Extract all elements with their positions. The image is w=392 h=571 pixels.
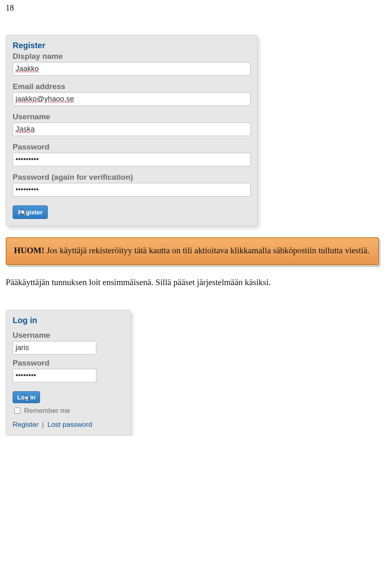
login-password-label: Password — [13, 359, 124, 368]
display-name-input[interactable]: Jaakko — [13, 62, 251, 76]
email-label: Email address — [13, 82, 251, 91]
password-label: Password — [13, 143, 251, 152]
login-panel: Log in Username jaris Password •••••••• … — [6, 310, 131, 436]
remember-me-checkbox[interactable] — [14, 408, 20, 414]
register-panel: Register Display name Jaakko Email addre… — [6, 35, 258, 226]
password2-input[interactable]: ••••••••• — [13, 183, 251, 196]
link-separator: | — [42, 421, 44, 428]
username-label: Username — [13, 112, 251, 121]
remember-me-label: Remember me — [24, 407, 70, 415]
display-name-label: Display name — [13, 52, 251, 61]
register-title: Register — [13, 41, 251, 50]
username-input[interactable]: Jaska — [13, 123, 251, 136]
password-input[interactable]: ••••••••• — [13, 153, 251, 166]
note-lead: HUOM! — [14, 245, 45, 255]
page-number: 18 — [6, 3, 392, 13]
login-title: Log in — [13, 316, 124, 325]
note-box: HUOM! Jos käyttäjä rekisteröityy tätä ka… — [6, 237, 379, 265]
password2-label: Password (again for verification) — [13, 173, 251, 182]
register-button[interactable]: Register — [13, 205, 48, 219]
lost-password-link[interactable]: Lost password — [47, 421, 92, 428]
login-button[interactable]: Log in — [13, 391, 40, 403]
login-username-input[interactable]: jaris — [13, 341, 96, 355]
register-link[interactable]: Register — [13, 421, 38, 428]
note-body: Jos käyttäjä rekisteröityy tätä kautta o… — [45, 245, 370, 255]
login-username-label: Username — [13, 331, 124, 340]
email-input[interactable]: jaakko@yhaoo.se — [13, 92, 251, 106]
login-password-input[interactable]: •••••••• — [13, 369, 96, 382]
login-links: Register | Lost password — [13, 421, 124, 429]
mid-paragraph: Pääkäyttäjän tunnuksen loit ensimmäisenä… — [6, 277, 386, 288]
